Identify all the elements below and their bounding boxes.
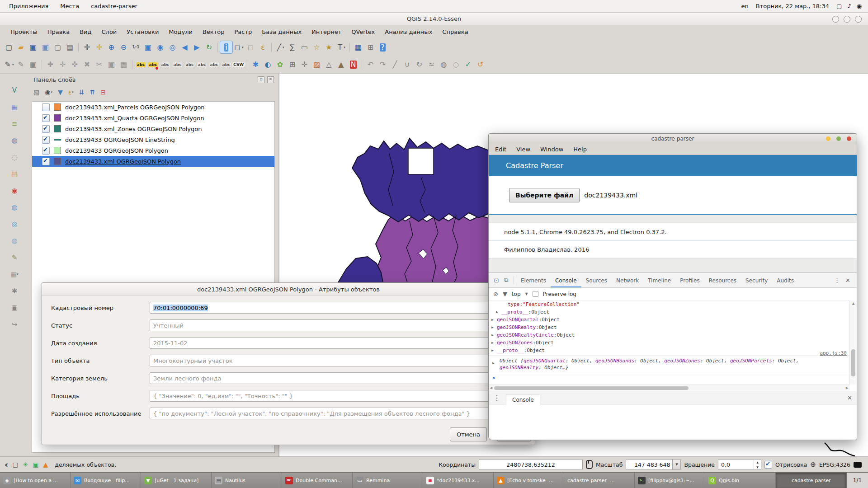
taskbar-item[interactable]: ◈ [How to open a ... <box>0 473 71 488</box>
devtools-close-icon[interactable]: ✕ <box>845 277 850 284</box>
expand-arrow-icon[interactable]: ▶ <box>491 333 497 337</box>
close-button[interactable] <box>847 136 851 141</box>
save-layer-edits-icon[interactable]: ▣ ▾ <box>27 59 39 71</box>
add-postgis-layer-icon[interactable]: ◍ ▾ <box>9 135 20 146</box>
terrain-analysis-icon[interactable]: ▲ ▾ <box>335 59 347 71</box>
display-icon[interactable]: ▢ <box>836 3 842 9</box>
menu-item[interactable]: Вид <box>75 26 96 38</box>
parser-title-bar[interactable]: cadastre-parser <box>489 134 857 144</box>
console-prompt[interactable]: > <box>489 373 849 382</box>
move-feature-icon[interactable]: ✛ ▾ <box>57 59 69 71</box>
zoom-native-icon[interactable]: 1:1 ▾ <box>130 41 142 53</box>
delete-selected-icon[interactable]: ✖ ▾ <box>81 59 93 71</box>
devtools-tab[interactable]: Audits <box>772 273 798 287</box>
cut-features-icon[interactable]: ✂ ▾ <box>93 59 105 71</box>
coordinates-input[interactable]: 2480738,635212 <box>479 459 583 470</box>
zoom-next-icon[interactable]: ▶ ▾ <box>191 41 203 53</box>
merge-features-icon[interactable]: ∪ ▾ <box>401 59 413 71</box>
preserve-log-checkbox[interactable] <box>533 291 538 297</box>
update-tray-icon[interactable]: ▣ <box>33 461 38 468</box>
add-feature-icon[interactable]: ✚ ▾ <box>44 59 57 71</box>
panel-close-button[interactable]: ✕ <box>267 76 274 83</box>
dock-grid-icon[interactable]: ▦ ▾ <box>9 269 20 280</box>
maximize-button[interactable] <box>836 136 841 141</box>
taskbar-item[interactable]: >_ [filippov@gis1:~... <box>635 473 705 488</box>
menu-item[interactable]: Проекты <box>5 26 42 38</box>
map-tips-icon[interactable]: ▭ ▾ <box>298 41 311 53</box>
select-by-expression-icon[interactable]: ε ▾ <box>257 41 269 53</box>
devtools-tab[interactable]: Network <box>612 273 643 287</box>
text-annotation-icon[interactable]: T ▾ <box>335 41 347 53</box>
menu-item[interactable]: База данных <box>257 26 307 38</box>
zoom-to-layer-icon[interactable]: ◎ ▾ <box>166 41 179 53</box>
taskbar-item[interactable]: cadastre-parser -... <box>564 473 635 488</box>
menu-item[interactable]: Вектор <box>198 26 230 38</box>
power-icon[interactable]: ◉ <box>857 3 862 9</box>
field-input[interactable]: Учтенный <box>150 319 528 331</box>
layer-visibility-checkbox[interactable] <box>42 158 50 165</box>
expand-arrow-icon[interactable]: ▶ <box>491 348 497 352</box>
filter-legend-icon[interactable]: ▼ ▾ <box>58 89 63 96</box>
refresh-map-icon[interactable]: ↻ ▾ <box>203 41 215 53</box>
screenshot-tray-icon[interactable]: ▢ <box>12 461 18 468</box>
new-composer-icon[interactable]: ▢ ▾ <box>52 41 64 53</box>
zoom-last-icon[interactable]: ◀ ▾ <box>179 41 191 53</box>
expand-arrow-icon[interactable]: ▶ <box>491 318 497 322</box>
chevron-down-icon[interactable]: ▼ <box>672 460 680 469</box>
volume-icon[interactable]: ♪ <box>847 3 851 9</box>
layer-row[interactable]: doc2139433.xml_Parcels OGRGeoJSON Polygo… <box>32 102 274 113</box>
pan-map-icon[interactable]: ✛ ▾ <box>81 41 93 53</box>
processing-toolbox-icon[interactable]: ✱ ▾ <box>9 286 20 296</box>
network-tray-icon[interactable]: ✳ <box>23 461 28 468</box>
collapse-all-icon[interactable]: ⇈ ▾ <box>90 89 95 96</box>
select-features-icon[interactable]: ◻ ▾ <box>232 41 245 53</box>
messages-icon[interactable] <box>854 462 862 468</box>
drawer-close-icon[interactable]: ✕ <box>847 394 852 401</box>
rotation-spinner[interactable]: 0,0 ▲▼ <box>718 459 761 470</box>
toggle-editing-icon[interactable]: ✎ ▾ <box>15 59 27 71</box>
scale-combobox[interactable]: 147 483 648 ▼ <box>626 459 681 470</box>
maximize-button[interactable] <box>844 16 850 23</box>
console-tree-row[interactable]: ▶ __proto__ : Object <box>489 347 849 354</box>
expand-all-icon[interactable]: ⇊ ▾ <box>79 89 85 96</box>
offset-curve-icon[interactable]: ↶ ▾ <box>364 59 377 71</box>
field-calculator-icon[interactable]: ⊞ ▾ <box>364 41 377 53</box>
node-tool-icon[interactable]: ✜ ▾ <box>69 59 81 71</box>
taskbar-item[interactable]: ✉ Входящие - filip... <box>71 473 141 488</box>
minimize-button[interactable] <box>832 16 839 23</box>
inspect-element-icon[interactable]: ⊡ <box>491 277 501 284</box>
clock[interactable]: Вторник, 22 мар., 18:34 <box>756 3 829 9</box>
metasearch-icon[interactable]: ✱ ▾ <box>250 59 262 71</box>
menu-item[interactable]: Анализ данных <box>380 26 437 38</box>
paste-features-icon[interactable]: ▤ ▾ <box>118 59 130 71</box>
layer-visibility-checkbox[interactable] <box>42 114 50 122</box>
devtools-tab[interactable]: Sources <box>581 273 612 287</box>
new-project-icon[interactable]: ▢ ▾ <box>3 41 15 53</box>
layer-visibility-checkbox[interactable] <box>42 136 50 144</box>
add-wcs-layer-icon[interactable]: ◎ ▾ <box>9 219 20 230</box>
console-tree-row[interactable]: ▶ geoJSONQuartal : Object <box>489 316 849 324</box>
zoom-out-icon[interactable]: ⊖ ▾ <box>118 41 130 53</box>
show-bookmarks-icon[interactable]: ★ ▾ <box>323 41 335 53</box>
label-config-icon[interactable]: abc ▾ <box>159 59 171 71</box>
label-show-hide-icon[interactable]: abc ▾ <box>208 59 220 71</box>
add-vector-layer-icon[interactable]: V ▾ <box>9 85 20 96</box>
console-tree-row[interactable]: ▶ geoJSONRealty : Object <box>489 324 849 331</box>
layer-row[interactable]: doc2139433.xml_Zones OGRGeoJSON Polygon <box>32 123 274 134</box>
keyboard-layout-indicator[interactable]: en <box>741 3 748 9</box>
statistical-summary-icon[interactable]: ∑ ▾ <box>286 41 298 53</box>
new-shapefile-icon[interactable]: ✎ ▾ <box>9 252 20 263</box>
console-tree-row[interactable]: ▶ geoJSONZones : Object <box>489 339 849 347</box>
console-horizontal-scrollbar[interactable]: ◀ ▶ <box>489 385 849 391</box>
field-input[interactable]: 2015-11-02 <box>150 337 528 349</box>
field-input[interactable]: { "Значение": 0, "ед.изм": "", "Точность… <box>150 390 528 402</box>
expand-arrow-icon[interactable]: ▶ <box>492 360 495 366</box>
drawer-menu-icon[interactable]: ⋮ <box>493 394 500 402</box>
menu-item[interactable]: Edit <box>495 146 506 153</box>
taskbar-item[interactable]: ▤ Nautilus <box>212 473 282 488</box>
simplify-feature-icon[interactable]: ≈ ▾ <box>425 59 438 71</box>
layer-visibility-icon[interactable]: ◉ ▾ <box>45 89 52 96</box>
places-menu[interactable]: Места <box>55 1 85 11</box>
applications-menu[interactable]: Приложения <box>4 1 54 11</box>
taskbar-item[interactable]: ▼ [uGet - 1 задачи] <box>141 473 212 488</box>
